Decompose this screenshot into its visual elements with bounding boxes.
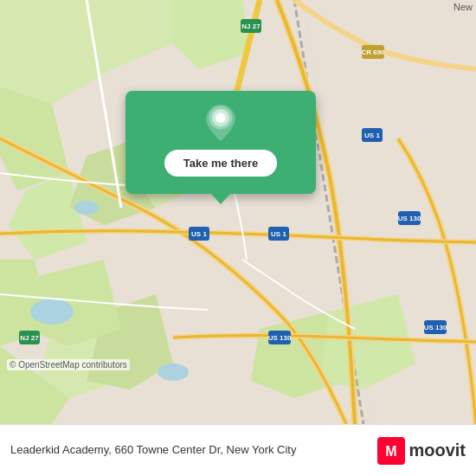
map-attribution: © OpenStreetMap contributors [7,359,130,370]
info-bar: Leaderkid Academy, 660 Towne Center Dr, … [0,424,476,476]
take-me-there-button[interactable]: Take me there [164,150,277,177]
address-text: Leaderkid Academy, 660 Towne Center Dr, … [10,443,377,458]
moovit-text: moovit [408,441,466,460]
svg-point-17 [74,201,99,215]
svg-text:US 1: US 1 [364,132,380,139]
svg-text:NJ 27: NJ 27 [241,23,261,30]
svg-point-15 [30,299,74,325]
svg-text:US 130: US 130 [398,215,421,222]
popup-card: Take me there [125,91,316,194]
new-label: New [453,2,473,12]
svg-text:CR 690: CR 690 [361,48,385,56]
svg-text:M: M [386,444,397,459]
location-pin-icon [203,105,239,141]
svg-text:US 1: US 1 [191,230,207,238]
map-container: NJ 27 CR 690 US 1 US 1 NJ 27 US 1 US 130… [0,0,476,424]
svg-text:US 130: US 130 [424,324,447,331]
moovit-icon: M [377,437,405,465]
svg-text:NJ 27: NJ 27 [20,334,39,342]
svg-text:US 130: US 130 [268,334,292,342]
svg-point-16 [158,363,189,381]
svg-text:US 1: US 1 [271,230,286,238]
moovit-logo: M moovit [377,437,466,465]
